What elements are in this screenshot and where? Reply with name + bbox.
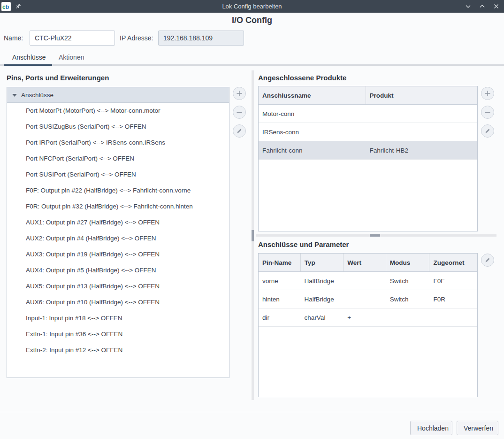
tree-item[interactable]: AUX1: Output pin #27 (HalfBridge) <--> O… bbox=[7, 215, 229, 231]
window-close-button[interactable] bbox=[491, 1, 501, 12]
products-table: Anschlussname Produkt Motor-conn IRSens-… bbox=[258, 86, 478, 231]
tree-root-label: Anschlüsse bbox=[21, 92, 53, 99]
tree-edit-button[interactable] bbox=[233, 124, 246, 138]
params-table: Pin-Name Typ Wert Modus Zugeornet vorne … bbox=[258, 253, 478, 397]
pencil-icon bbox=[484, 128, 491, 134]
tree-remove-button[interactable] bbox=[233, 106, 246, 119]
params-panel-title: Anschlüsse und Parameter bbox=[258, 240, 349, 248]
minus-icon bbox=[236, 109, 243, 116]
tree-item[interactable]: AUX2: Output pin #4 (HalfBridge) <--> OF… bbox=[7, 231, 229, 246]
name-label: Name: bbox=[4, 31, 23, 46]
column-header-produkt: Produkt bbox=[366, 86, 477, 104]
ip-label: IP Adresse: bbox=[120, 31, 153, 46]
page-title: I/O Config bbox=[0, 15, 504, 25]
vertical-splitter-handle[interactable] bbox=[252, 230, 254, 241]
products-panel-title: Angeschlossene Produkte bbox=[258, 74, 346, 82]
pins-ports-tree: Anschlüsse Port MotorPt (MotorPort) <-->… bbox=[7, 87, 229, 378]
cell-zugeornet: F0F bbox=[429, 272, 477, 290]
table-row[interactable]: IRSens-conn bbox=[259, 123, 477, 141]
plus-icon bbox=[236, 90, 243, 97]
ip-address-field bbox=[158, 31, 244, 46]
vertical-splitter bbox=[252, 70, 254, 400]
cell-pin-name: hinten bbox=[259, 290, 301, 308]
tree-item[interactable]: Port IRPort (SerialPort) <--> IRSens-con… bbox=[7, 135, 229, 151]
tree-item[interactable]: Port SUSIZugBus (SerialPort) <--> OFFEN bbox=[7, 119, 229, 135]
cell-typ: HalfBridge bbox=[301, 272, 344, 290]
plus-icon bbox=[484, 90, 491, 97]
product-remove-button[interactable] bbox=[481, 106, 494, 119]
param-edit-button[interactable] bbox=[481, 254, 494, 267]
titlebar: c b Lok Config bearbeiten bbox=[0, 0, 504, 13]
tree-item[interactable]: F0R: Output pin #32 (HalfBridge) <--> Fa… bbox=[7, 199, 229, 215]
upload-button[interactable]: Hochladen bbox=[410, 421, 452, 435]
tree-item[interactable]: AUX3: Output pin #19 (HalfBridge) <--> O… bbox=[7, 246, 229, 262]
window-title: Lok Config bearbeiten bbox=[0, 3, 504, 10]
cell-typ: HalfBridge bbox=[301, 290, 344, 308]
params-table-header: Pin-Name Typ Wert Modus Zugeornet bbox=[259, 254, 477, 272]
column-header-anschlussname: Anschlussname bbox=[259, 86, 366, 104]
horizontal-splitter-handle[interactable] bbox=[370, 234, 380, 237]
chevron-down-icon bbox=[465, 3, 471, 9]
minus-icon bbox=[484, 109, 491, 116]
cell-anschlussname: IRSens-conn bbox=[259, 123, 366, 141]
close-icon bbox=[493, 3, 499, 9]
window-shade-button[interactable] bbox=[463, 1, 473, 12]
discard-button[interactable]: Verwerfen bbox=[457, 421, 498, 435]
tree-item[interactable]: Input-1: Input pin #18 <--> OFFEN bbox=[7, 310, 229, 326]
table-row-selected[interactable]: Fahrlicht-conn Fahrlicht-HB2 bbox=[259, 141, 477, 160]
product-edit-button[interactable] bbox=[481, 124, 494, 138]
cell-pin-name: dir bbox=[259, 308, 301, 326]
cell-pin-name: vorne bbox=[259, 272, 301, 290]
tree-item[interactable]: ExtIn-2: Input pin #12 <--> OFFEN bbox=[7, 342, 229, 358]
column-header-wert: Wert bbox=[344, 254, 386, 271]
cell-produkt bbox=[366, 123, 477, 141]
table-row[interactable]: hinten HalfBridge Switch F0R bbox=[259, 290, 477, 308]
tab-bar: Anschlüsse Aktionen bbox=[0, 51, 504, 66]
tab-aktionen[interactable]: Aktionen bbox=[59, 51, 84, 64]
name-field[interactable] bbox=[30, 31, 115, 46]
footer-separator bbox=[0, 412, 504, 412]
tree-item[interactable]: Port SUSIPort (SerialPort) <--> OFFEN bbox=[7, 167, 229, 183]
cell-zugeornet bbox=[429, 308, 477, 326]
products-table-header: Anschlussname Produkt bbox=[259, 86, 477, 105]
table-row[interactable]: Motor-conn bbox=[259, 105, 477, 123]
column-header-zugeornet: Zugeornet bbox=[429, 254, 477, 271]
cell-produkt bbox=[366, 105, 477, 123]
cell-typ: charVal bbox=[301, 308, 344, 326]
window-maximize-button[interactable] bbox=[477, 1, 487, 12]
tab-baseline bbox=[0, 64, 504, 66]
cell-modus: Switch bbox=[386, 290, 430, 308]
horizontal-splitter bbox=[256, 234, 496, 237]
cell-modus bbox=[386, 308, 430, 326]
tree-add-button[interactable] bbox=[233, 87, 246, 100]
tree-item[interactable]: ExtIn-1: Input pin #36 <--> OFFEN bbox=[7, 326, 229, 342]
table-row[interactable]: dir charVal + bbox=[259, 308, 477, 327]
tree-item[interactable]: Port NFCPort (SerialPort) <--> OFFEN bbox=[7, 151, 229, 167]
product-add-button[interactable] bbox=[481, 87, 494, 100]
tree-root-row[interactable]: Anschlüsse bbox=[7, 87, 229, 103]
pencil-icon bbox=[484, 257, 491, 263]
tab-anschluesse[interactable]: Anschlüsse bbox=[12, 51, 46, 64]
pencil-icon bbox=[236, 128, 243, 134]
tree-item[interactable]: AUX5: Output pin #13 (HalfBridge) <--> O… bbox=[7, 278, 229, 294]
column-header-typ: Typ bbox=[301, 254, 344, 271]
left-panel-title: Pins, Ports und Erweiterungen bbox=[7, 74, 109, 82]
cell-anschlussname: Fahrlicht-conn bbox=[259, 141, 366, 159]
tree-item[interactable]: F0F: Output pin #22 (HalfBridge) <--> Fa… bbox=[7, 183, 229, 199]
tab-active-indicator bbox=[4, 64, 52, 66]
cell-wert: + bbox=[344, 308, 386, 326]
tree-item[interactable]: AUX4: Output pin #5 (HalfBridge) <--> OF… bbox=[7, 262, 229, 278]
cell-modus: Switch bbox=[386, 272, 430, 290]
column-header-pin-name: Pin-Name bbox=[259, 254, 301, 271]
cell-wert bbox=[344, 290, 386, 308]
tree-item[interactable]: Port MotorPt (MotorPort) <--> Motor-conn… bbox=[7, 103, 229, 119]
table-row[interactable]: vorne HalfBridge Switch F0F bbox=[259, 272, 477, 290]
cell-anschlussname: Motor-conn bbox=[259, 105, 366, 123]
cell-zugeornet: F0R bbox=[429, 290, 477, 308]
cell-produkt: Fahrlicht-HB2 bbox=[366, 141, 477, 159]
chevron-up-icon bbox=[479, 3, 485, 9]
expander-caret-icon[interactable] bbox=[12, 94, 17, 97]
column-header-modus: Modus bbox=[386, 254, 430, 271]
cell-wert bbox=[344, 272, 386, 290]
tree-item[interactable]: AUX6: Output pin #10 (HalfBridge) <--> O… bbox=[7, 294, 229, 310]
